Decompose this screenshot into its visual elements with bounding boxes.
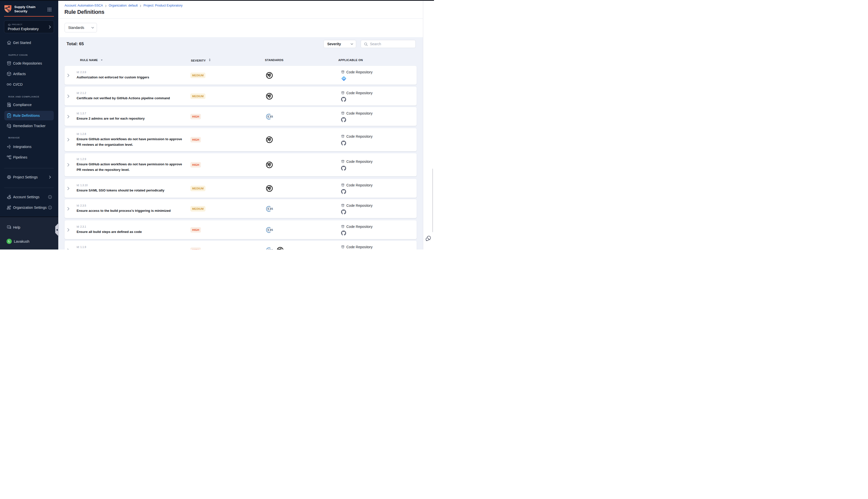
svg-text:?: ? — [8, 226, 9, 228]
svg-text:CIS: CIS — [268, 115, 273, 118]
svg-text:CIS: CIS — [268, 248, 273, 250]
svg-text:CIS: CIS — [268, 207, 273, 210]
svg-text:CIS: CIS — [268, 228, 273, 232]
